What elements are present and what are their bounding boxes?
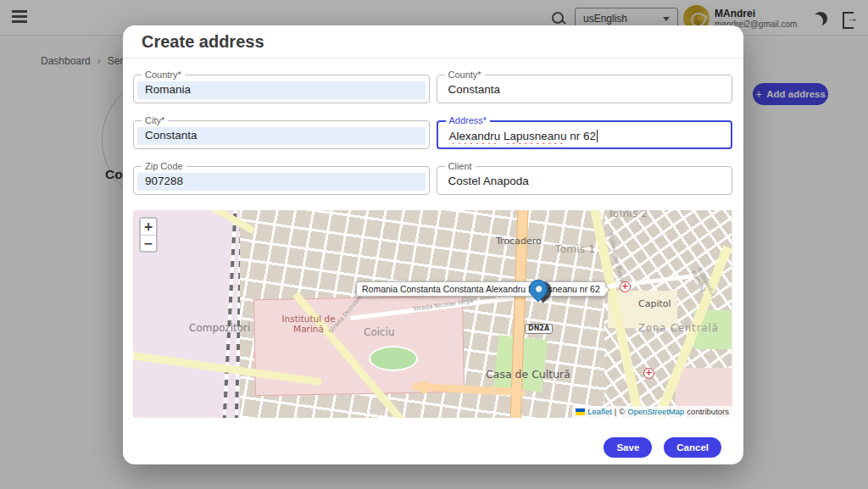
map-stadium <box>369 346 418 371</box>
address-label: Address* <box>446 115 491 126</box>
leaflet-link[interactable]: Leaflet <box>587 407 612 416</box>
country-label: Country* <box>142 69 185 81</box>
zip-input[interactable]: 907288 <box>137 173 426 191</box>
attribution-suffix: contributors <box>687 407 729 416</box>
city-field[interactable]: City* Constanta <box>133 120 430 149</box>
zoom-out-button[interactable]: − <box>141 235 156 251</box>
create-address-modal: Create address Country* Romania County* … <box>123 25 743 464</box>
map-label-tomis2: Tomis 2 <box>608 210 648 219</box>
zoom-in-button[interactable]: + <box>141 219 156 235</box>
county-input[interactable]: Constanta <box>441 81 729 99</box>
hospital-icon: + <box>620 281 631 292</box>
address-form: Country* Romania County* Constanta City*… <box>133 75 732 195</box>
country-input[interactable]: Romania <box>137 81 426 99</box>
ukraine-flag-icon <box>576 408 585 415</box>
city-label: City* <box>142 115 168 126</box>
map-label-compozitori: Compozitori <box>189 322 250 334</box>
address-input[interactable]: Alexandru Lapusneanu nr 62 <box>442 128 728 144</box>
text-cursor <box>597 130 598 142</box>
map-roundabout <box>418 381 431 393</box>
cancel-button[interactable]: Cancel <box>664 437 721 458</box>
modal-footer: Save Cancel <box>604 437 721 458</box>
marker-tooltip: Romania Constanta Constanta Alexandru La… <box>356 281 606 297</box>
hospital-icon: + <box>643 368 654 379</box>
map-label-casa-de-cultura: Casa de Cultură <box>486 368 570 381</box>
zip-label: Zip Code <box>142 161 186 172</box>
address-word-2: Lapusneanu <box>504 130 566 142</box>
county-field[interactable]: County* Constanta <box>437 75 733 103</box>
client-field[interactable]: Client Costel Anapoda <box>437 166 733 195</box>
map-label-tomis1: Tomis 1 <box>555 242 595 255</box>
map-road-ref-badge: DN2A <box>525 324 553 334</box>
map-label-institut: Institutul de Marină <box>275 314 342 334</box>
address-word-1: Alexandru <box>449 130 501 142</box>
country-field[interactable]: Country* Romania <box>133 75 430 103</box>
address-word-3: nr 62 <box>570 130 596 142</box>
leaflet-map[interactable]: DN2A + + Bulevardul Tomis Bulevardul Mam… <box>133 210 732 418</box>
modal-title: Create address <box>142 32 264 52</box>
openstreetmap-link[interactable]: OpenStreetMap <box>627 407 684 416</box>
save-button[interactable]: Save <box>604 437 652 458</box>
modal-header: Create address <box>123 25 743 58</box>
attribution-separator: | <box>615 407 616 416</box>
map-attribution: Leaflet | © OpenStreetMap contributors <box>572 406 732 418</box>
map-label-trocadero: Trocadero <box>496 236 542 247</box>
map-zoom-control: + − <box>139 217 158 253</box>
copyright-symbol: © <box>619 407 625 416</box>
address-field[interactable]: Address* Alexandru Lapusneanu nr 62 <box>437 120 733 149</box>
zip-field[interactable]: Zip Code 907288 <box>133 166 430 195</box>
map-label-zona-centrala: Zona Centrală <box>638 322 719 334</box>
map-label-capitol: Capitol <box>638 298 671 309</box>
client-label: Client <box>445 161 476 172</box>
county-label: County* <box>445 69 485 81</box>
client-input[interactable]: Costel Anapoda <box>441 173 729 191</box>
map-label-coiciu: Coiciu <box>364 326 395 338</box>
city-input[interactable]: Constanta <box>137 127 426 145</box>
